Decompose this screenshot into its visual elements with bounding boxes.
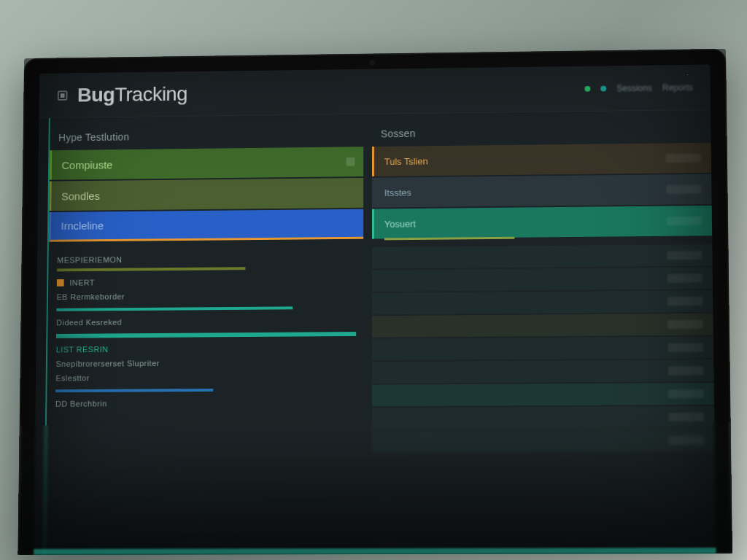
row-value (667, 297, 703, 306)
list-item[interactable] (372, 406, 714, 429)
list-item[interactable] (372, 244, 713, 269)
sub-label: EB Rermkeborder (57, 292, 125, 301)
nav-label: Sondles (61, 190, 100, 202)
progress-bar (56, 306, 293, 311)
row-value (668, 366, 704, 375)
nav-item-sources[interactable]: Sondles (49, 178, 363, 211)
app-logo-icon (56, 89, 69, 101)
list-item[interactable] (372, 314, 713, 338)
row-value (669, 413, 705, 421)
row-value (668, 343, 703, 351)
sub-item[interactable]: Snepibrorerserset Slupriter (47, 354, 363, 370)
nav-item-timeline[interactable]: Irncleline (49, 209, 363, 242)
row-value (668, 389, 704, 398)
list-item[interactable] (372, 359, 714, 384)
svg-rect-1 (61, 93, 65, 98)
sub-item[interactable]: Eslesttor (47, 369, 364, 385)
row-value (669, 436, 705, 445)
nav-column: Hype Testlution Compiuste Sondles Irncle… (45, 124, 363, 555)
header-link-reports[interactable]: Reports (662, 82, 693, 93)
row-value (667, 274, 703, 283)
progress-bar (57, 267, 245, 271)
section-heading: Hype Testlution (50, 124, 363, 150)
sub-section-heading: MESPIERIEMON (48, 253, 363, 265)
detail-row[interactable]: Tuls Tslien (372, 143, 711, 176)
row-value (666, 185, 701, 194)
row-label: Itsstes (384, 187, 411, 198)
row-label: Tuls Tslien (384, 155, 428, 166)
row-label: Yosuert (384, 218, 416, 229)
sub-item[interactable]: Dideed Kesreked (47, 313, 363, 330)
list-item[interactable] (372, 383, 714, 406)
sub-label: Dideed Kesreked (56, 318, 122, 327)
sub-label: LIST RESRIN (56, 345, 109, 354)
app-title: BugTracking (77, 82, 187, 106)
nav-label: Compiuste (61, 158, 112, 171)
status-dot-online-icon (585, 85, 591, 91)
sub-label: Snepibrorerserset Slupriter (56, 359, 160, 368)
sub-label: DD Berchbrin (55, 400, 107, 408)
nav-item-complete[interactable]: Compiuste (50, 147, 363, 179)
progress-bar (56, 332, 356, 338)
sub-label: Eslesttor (55, 373, 89, 382)
list-item[interactable] (372, 268, 713, 292)
sub-label: INERT (69, 279, 95, 287)
square-marker-icon (57, 279, 64, 287)
list-item[interactable] (372, 336, 713, 360)
list-item[interactable] (372, 429, 715, 453)
header-link-sessions[interactable]: Sessions (616, 82, 652, 93)
row-value (667, 320, 703, 329)
nav-label: Irncleline (61, 219, 104, 232)
sub-item[interactable]: EB Rermkeborder (48, 287, 363, 304)
row-value (667, 217, 702, 225)
detail-row[interactable]: Itsstes (372, 174, 712, 208)
detail-column: Sossen Tuls Tslien Itsstes Yosuert (363, 120, 716, 554)
bottom-glow (34, 548, 716, 555)
row-value (667, 251, 702, 260)
app-header: BugTracking Sessions Reports (39, 65, 711, 119)
webcam-dot (370, 61, 374, 65)
list-item[interactable] (372, 290, 713, 314)
progress-bar (55, 389, 213, 392)
detail-row[interactable]: Yosuert (372, 206, 712, 239)
sub-item[interactable]: DD Berchbrin (47, 395, 363, 411)
row-value (666, 154, 701, 163)
status-dot-sync-icon (600, 85, 606, 91)
